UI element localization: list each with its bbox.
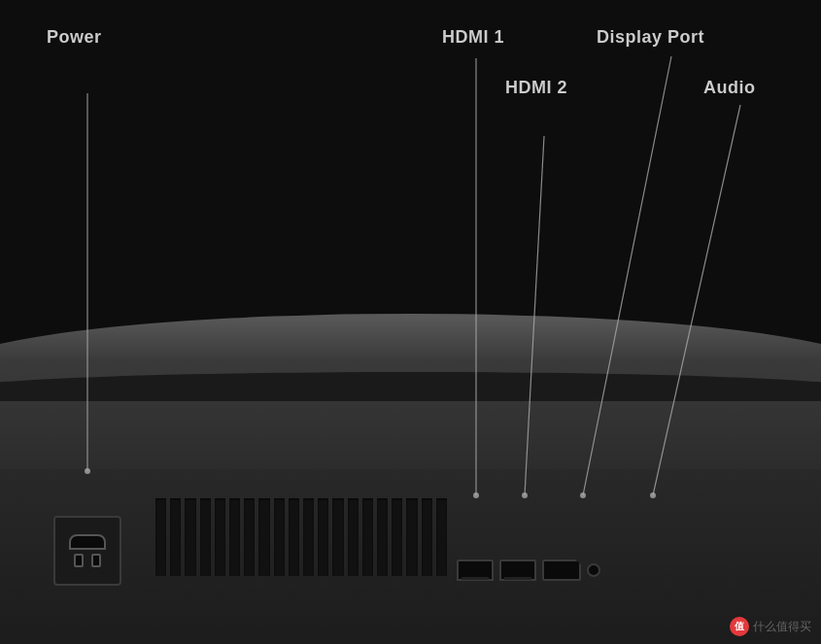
vent-bar <box>274 498 285 576</box>
vent-bar <box>185 498 195 576</box>
vent-bar <box>155 498 166 576</box>
socket-pin-right <box>91 554 101 567</box>
power-socket <box>53 516 121 586</box>
vent-bar <box>258 498 269 576</box>
watermark: 值 什么值得买 <box>730 617 811 636</box>
vent-bar <box>289 498 299 576</box>
vent-bar <box>170 498 181 576</box>
audio-port <box>587 563 600 577</box>
watermark-text: 什么值得买 <box>753 619 811 635</box>
vent-bar <box>348 498 359 576</box>
vent-bar <box>392 498 402 576</box>
displayport-label: Display Port <box>597 27 704 48</box>
displayport-port <box>542 559 581 581</box>
hdmi1-label: HDMI 1 <box>442 27 504 48</box>
vent-bar <box>244 498 255 576</box>
socket-bottom <box>69 554 106 567</box>
vent-area <box>155 498 447 576</box>
vent-bar <box>332 498 343 576</box>
vent-bar <box>200 498 211 576</box>
vent-bar <box>406 498 417 576</box>
hdmi2-label: HDMI 2 <box>505 78 567 98</box>
vent-bar <box>422 498 432 576</box>
vent-bar <box>303 498 314 576</box>
vent-bar <box>362 498 373 576</box>
vent-bar <box>436 498 447 576</box>
power-label: Power <box>47 27 102 48</box>
vent-bar <box>318 498 328 576</box>
monitor-dark-strip <box>0 372 821 401</box>
vent-bar <box>215 498 225 576</box>
ports-area <box>457 559 600 581</box>
watermark-icon: 值 <box>730 617 749 636</box>
monitor-scene: Power HDMI 1 HDMI 2 Display Port Audio 值… <box>0 0 821 644</box>
socket-top <box>69 534 106 550</box>
hdmi1-port <box>457 559 494 581</box>
audio-label: Audio <box>703 78 756 98</box>
vent-bar <box>377 498 388 576</box>
hdmi2-port <box>499 559 536 581</box>
socket-pin-left <box>74 554 84 567</box>
vent-bar <box>229 498 240 576</box>
